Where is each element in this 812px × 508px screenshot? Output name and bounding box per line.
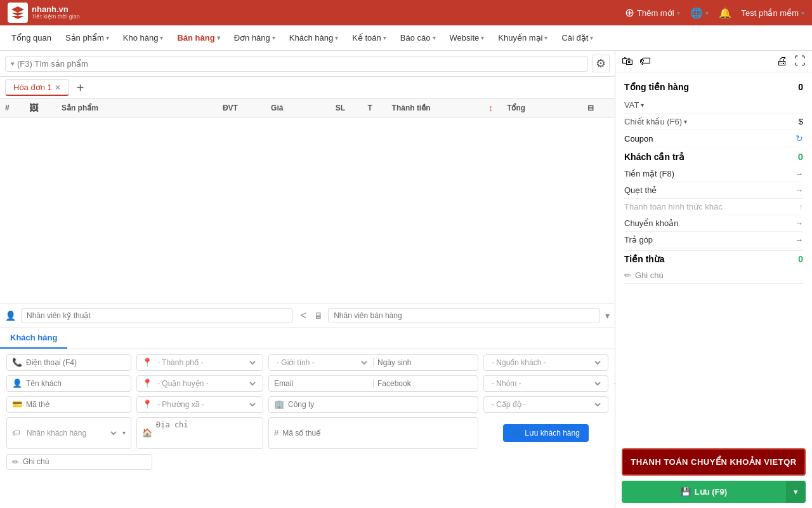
add-new-button[interactable]: ⊕ Thêm mới ▾: [625, 6, 680, 20]
card-input[interactable]: [26, 400, 126, 409]
save-dropdown-arrow: ▾: [794, 487, 798, 497]
product-table: # 🖼 Sản phẩm ĐVT Giá SL T Thành tiền ↕: [0, 99, 615, 304]
note-field: ✏: [6, 454, 152, 470]
city-select[interactable]: - Thành phố -: [155, 358, 258, 368]
nav-arrow-cai-dat: ▾: [590, 34, 593, 41]
tab-close-icon[interactable]: ✕: [55, 83, 61, 92]
nav-tong-quan[interactable]: Tổng quan: [5, 29, 58, 46]
user-icon: 👤: [12, 378, 22, 388]
total-row: Tổng tiền hàng 0: [624, 79, 803, 97]
email-input[interactable]: [274, 379, 369, 388]
vat-label[interactable]: VAT ▾: [624, 100, 644, 110]
tab-khach-hang[interactable]: Khách hàng: [0, 328, 67, 349]
coupon-refresh-icon[interactable]: ↻: [796, 133, 803, 144]
nav-ban-hang[interactable]: Bán hàng ▾: [171, 29, 226, 46]
gender-select[interactable]: - Giới tính -: [274, 358, 369, 368]
tax-field: #: [268, 417, 478, 449]
col-header-product: Sản phẩm: [56, 99, 218, 117]
nav-cai-dat[interactable]: Cài đặt ▾: [555, 29, 599, 46]
logo[interactable]: nhanh.vn Tiết kiệm thời gian: [8, 3, 80, 23]
tag-icon-right[interactable]: 🏷: [639, 55, 651, 68]
birthday-input[interactable]: [373, 358, 473, 367]
payment-button[interactable]: THANH TOÁN CHUYỂN KHOẢN VIETQR: [622, 448, 806, 476]
company-input[interactable]: [288, 400, 473, 409]
must-pay-label: Khách cần trả: [624, 152, 684, 162]
save-dropdown-button[interactable]: ▾: [786, 481, 806, 503]
phone-input[interactable]: [26, 358, 126, 367]
other-payment-row[interactable]: Thanh toán hình thức khác ↑: [624, 199, 803, 215]
district-icon: 📍: [142, 378, 152, 388]
district-select[interactable]: - Quận huyện -: [155, 378, 258, 389]
save-customer-icon: 👤: [512, 429, 521, 438]
filter-icon[interactable]: ⚙: [592, 55, 610, 72]
source-field: - Nguồn khách -: [483, 354, 608, 371]
save-label: Lưu (F9): [695, 487, 727, 497]
staff-sales-input[interactable]: [334, 311, 594, 320]
col-toggle-icon[interactable]: ⊟: [587, 104, 594, 112]
content-wrapper: ▾ ⚙ Hóa đơn 1 ✕ + # 🖼: [0, 51, 812, 508]
nav-ke-toan[interactable]: Kế toán ▾: [346, 29, 393, 46]
nav-arrow-san-pham: ▾: [106, 34, 109, 41]
nav-don-hang[interactable]: Đơn hàng ▾: [228, 29, 282, 46]
address-icon: 🏠: [142, 428, 152, 438]
other-label: Thanh toán hình thức khác: [624, 202, 723, 211]
user-menu-button[interactable]: Test phần mềm ▾: [742, 8, 804, 18]
save-button-wrapper: 💾 Lưu (F9) ▾: [622, 481, 806, 503]
transfer-arrow: →: [795, 218, 803, 228]
total-value: 0: [798, 82, 803, 92]
search-dropdown-btn[interactable]: ▾: [11, 60, 15, 68]
staff-nav-left[interactable]: <: [298, 310, 309, 321]
name-field: 👤: [6, 375, 131, 392]
staff-sales-arrow[interactable]: ▾: [605, 311, 610, 321]
col-header-num: #: [0, 99, 24, 117]
level-select[interactable]: - Cấp độ -: [489, 399, 603, 410]
nav-label-kho-hang: Kho hàng: [123, 33, 159, 43]
nav-label-don-hang: Đơn hàng: [234, 33, 270, 43]
nav-san-pham[interactable]: Sản phẩm ▾: [59, 29, 115, 46]
nav-label-website: Website: [450, 33, 480, 43]
ghi-chu-label: Ghi chú: [635, 271, 664, 280]
transfer-row[interactable]: Chuyển khoản →: [624, 215, 803, 232]
save-main-button[interactable]: 💾 Lưu (F9): [622, 481, 786, 503]
expand-icon[interactable]: ⛶: [794, 55, 806, 68]
notification-button[interactable]: 🔔: [719, 7, 731, 19]
tab-hoa-don-1[interactable]: Hóa đơn 1 ✕: [5, 79, 69, 96]
tag-field: 🏷 Nhãn khách hàng ▾: [6, 417, 131, 449]
cash-row[interactable]: Tiền mặt (F8) →: [624, 166, 803, 182]
card-icon: 💳: [12, 399, 22, 409]
tax-input[interactable]: [282, 429, 473, 438]
search-bar: ▾ ⚙: [0, 51, 615, 77]
nav-bao-cao[interactable]: Báo cáo ▾: [394, 29, 442, 46]
card-row[interactable]: Quẹt thẻ →: [624, 182, 803, 199]
tab-add-button[interactable]: +: [77, 81, 84, 95]
globe-button[interactable]: 🌐 ▾: [690, 7, 709, 19]
nav-kho-hang[interactable]: Kho hàng ▾: [117, 29, 170, 46]
ward-select[interactable]: - Phường xã -: [155, 399, 258, 410]
bag-icon[interactable]: 🛍: [622, 55, 633, 68]
staff-tech-input[interactable]: [27, 311, 287, 320]
tag-select[interactable]: Nhãn khách hàng: [24, 428, 119, 438]
group-select[interactable]: - Nhóm -: [489, 378, 603, 389]
facebook-input[interactable]: [373, 379, 473, 388]
address-input[interactable]: [156, 420, 258, 446]
right-panel-top: 🛍 🏷 🖨 ⛶: [615, 51, 812, 72]
print-icon[interactable]: 🖨: [776, 55, 788, 68]
logo-icon: [8, 3, 28, 23]
col-header-dvt: ĐVT: [218, 99, 266, 117]
search-input[interactable]: [17, 59, 582, 69]
nav-khach-hang[interactable]: Khách hàng ▾: [283, 29, 344, 46]
discount-label[interactable]: Chiết khấu (F6) ▾: [624, 117, 687, 126]
bottom-tabs: Khách hàng: [0, 328, 615, 349]
save-customer-button[interactable]: 👤 Lưu khách hàng: [503, 424, 589, 442]
installment-row[interactable]: Trả góp →: [624, 232, 803, 248]
bottom-section: 👤 < 🖥 ▾ Khách hàng: [0, 304, 615, 509]
nav-website[interactable]: Website ▾: [443, 29, 491, 46]
note-input[interactable]: [23, 457, 147, 466]
nav-label-ke-toan: Kế toán: [352, 33, 381, 43]
source-select[interactable]: - Nguồn khách -: [489, 358, 603, 368]
staff-tech-icon: 👤: [5, 311, 16, 321]
note-row: ✏: [0, 451, 615, 475]
name-input[interactable]: [26, 379, 126, 388]
nav-khuyen-mai[interactable]: Khuyến mại ▾: [492, 29, 554, 46]
action-buttons: THANH TOÁN CHUYỂN KHOẢN VIETQR 💾 Lưu (F9…: [615, 443, 812, 508]
